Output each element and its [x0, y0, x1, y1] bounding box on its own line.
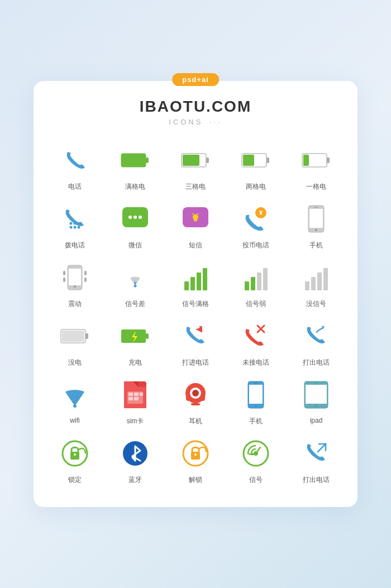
- svg-point-20: [139, 216, 142, 219]
- svg-rect-82: [140, 393, 143, 396]
- svg-rect-92: [249, 385, 263, 404]
- svg-point-40: [315, 229, 317, 231]
- call-out2-icon: [299, 436, 333, 471]
- icon-label: 信号差: [125, 299, 145, 309]
- svg-rect-45: [63, 278, 65, 282]
- list-item: 未接电话: [226, 319, 286, 367]
- svg-point-13: [78, 226, 80, 229]
- svg-rect-9: [303, 155, 309, 166]
- icon-label: 信号满格: [182, 299, 209, 309]
- signal2-icon: [239, 436, 273, 471]
- incoming-call-icon: [178, 319, 213, 353]
- list-item: 信号差: [105, 260, 165, 309]
- svg-rect-81: [134, 393, 139, 396]
- list-item: 没电: [45, 319, 105, 367]
- svg-point-34: [194, 221, 197, 224]
- wechat-icon: [118, 202, 152, 236]
- svg-point-33: [197, 219, 201, 222]
- svg-rect-59: [311, 277, 316, 290]
- svg-point-32: [190, 219, 194, 222]
- svg-rect-96: [306, 385, 327, 404]
- site-title: IBAOTU.COM: [45, 98, 346, 116]
- icon-label: 打出电话: [303, 358, 330, 367]
- vibrate-icon: [58, 260, 92, 295]
- svg-rect-58: [305, 281, 309, 290]
- outgoing-call-icon: [299, 319, 333, 353]
- battery-one-icon: [299, 143, 333, 178]
- signal-low-icon: [239, 260, 273, 295]
- charging-icon: [118, 319, 152, 353]
- icon-label: 锁定: [68, 475, 82, 485]
- icons-grid: 电话 满格电 三格电: [45, 143, 346, 485]
- svg-point-101: [74, 453, 76, 456]
- list-item: 满格电: [105, 143, 165, 192]
- svg-rect-39: [309, 209, 323, 228]
- svg-point-97: [315, 405, 318, 408]
- svg-rect-50: [184, 281, 189, 290]
- coin-phone-icon: ¥: [239, 202, 273, 236]
- svg-rect-66: [146, 333, 149, 339]
- mobile2-icon: [239, 377, 273, 412]
- svg-rect-55: [251, 277, 255, 290]
- list-item: 耳机: [165, 377, 226, 426]
- missed-call-icon: [239, 319, 273, 353]
- svg-point-11: [70, 226, 73, 229]
- icon-label: 拨电话: [65, 241, 85, 250]
- list-item: 没信号: [286, 260, 346, 309]
- list-item: 拨电话: [45, 202, 105, 250]
- header: IBAOTU.COM ICONS ···: [45, 98, 346, 126]
- svg-rect-87: [201, 393, 205, 401]
- phone-icon: [58, 143, 92, 178]
- svg-rect-57: [263, 268, 268, 290]
- icon-label: 打进电话: [182, 358, 209, 367]
- badge-label: psd+ai: [172, 73, 219, 86]
- svg-rect-51: [190, 277, 195, 290]
- icon-label: 充电: [128, 358, 142, 367]
- svg-point-12: [74, 226, 77, 229]
- icon-label: 微信: [128, 241, 142, 250]
- svg-point-19: [133, 216, 137, 219]
- svg-rect-6: [243, 155, 254, 166]
- main-card: psd+ai IBAOTU.COM ICONS ··· 电话: [34, 81, 357, 507]
- icon-label: 蓝牙: [128, 475, 142, 485]
- icon-label: 没电: [68, 358, 82, 367]
- icon-label: 手机: [309, 241, 323, 250]
- icon-label: 两格电: [246, 182, 266, 192]
- list-item: 打出电话: [286, 319, 346, 367]
- svg-rect-94: [254, 383, 258, 384]
- svg-line-111: [318, 444, 326, 452]
- list-item: 微信: [105, 202, 165, 250]
- icon-label: 没信号: [306, 299, 326, 309]
- svg-point-105: [194, 453, 197, 456]
- icon-label: ipad: [310, 417, 323, 424]
- svg-point-88: [192, 390, 199, 396]
- list-item: 信号弱: [226, 260, 286, 309]
- svg-rect-10: [327, 157, 330, 163]
- svg-point-16: [78, 222, 80, 225]
- list-item: 蓝牙: [105, 436, 165, 485]
- list-item: 手机: [226, 377, 286, 426]
- list-item: 一格电: [286, 143, 346, 192]
- svg-point-14: [70, 222, 73, 225]
- svg-point-18: [128, 216, 132, 219]
- no-signal-icon: [299, 260, 333, 295]
- svg-rect-54: [245, 281, 249, 290]
- svg-point-93: [255, 405, 257, 407]
- icon-label: 投币电话: [242, 241, 269, 250]
- svg-rect-7: [266, 157, 269, 163]
- list-item: 锁定: [45, 436, 105, 485]
- list-item: 短信: [165, 202, 226, 250]
- sim-icon: [118, 377, 152, 412]
- svg-rect-61: [323, 268, 328, 290]
- svg-rect-63: [62, 331, 84, 342]
- svg-rect-83: [128, 397, 133, 400]
- icon-label: wifi: [70, 417, 79, 424]
- svg-point-35: [193, 214, 198, 220]
- svg-rect-43: [69, 269, 81, 285]
- icon-label: 耳机: [189, 417, 202, 426]
- svg-marker-74: [321, 326, 325, 328]
- bluetooth-icon: [118, 436, 152, 471]
- svg-rect-0: [121, 154, 146, 167]
- svg-rect-53: [203, 268, 207, 290]
- icon-label: 解锁: [189, 475, 202, 485]
